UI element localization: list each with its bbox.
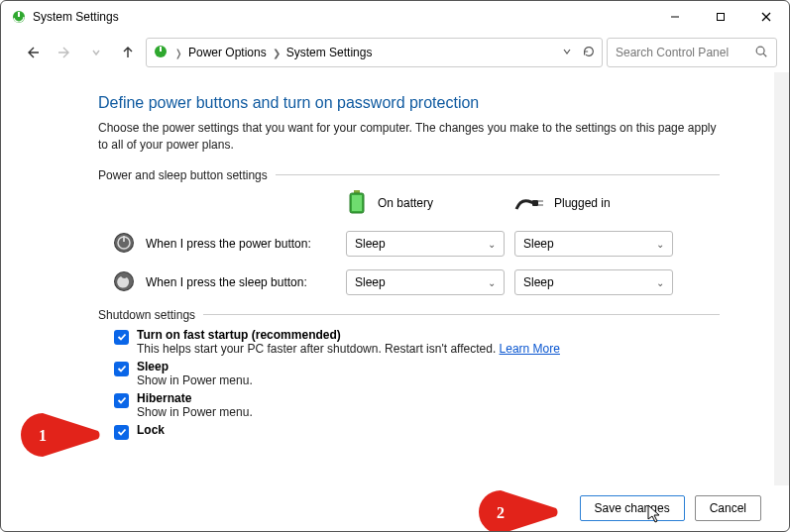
svg-line-10 bbox=[763, 53, 766, 56]
sleep-title: Sleep bbox=[137, 360, 253, 373]
refresh-icon[interactable] bbox=[582, 45, 596, 61]
shutdown-settings-list: Turn on fast startup (recommended) This … bbox=[98, 328, 720, 440]
minimize-button[interactable] bbox=[652, 1, 698, 33]
sleep-button-battery-select[interactable]: Sleep ⌄ bbox=[346, 269, 505, 295]
breadcrumb-power-options[interactable]: Power Options bbox=[188, 46, 267, 59]
nav-row: ❭ Power Options ❯ System Settings Search… bbox=[1, 33, 789, 72]
shutdown-legend: Shutdown settings bbox=[98, 308, 720, 322]
page-heading: Define power buttons and turn on passwor… bbox=[98, 94, 720, 112]
content-area: Define power buttons and turn on passwor… bbox=[1, 72, 789, 483]
cursor-icon bbox=[647, 504, 663, 524]
chevron-right-icon[interactable]: ❯ bbox=[273, 48, 281, 58]
sleep-button-row: When I press the sleep button: Sleep ⌄ S… bbox=[98, 269, 720, 296]
window-title: System Settings bbox=[33, 10, 652, 24]
checkbox[interactable] bbox=[114, 330, 129, 345]
svg-text:2: 2 bbox=[497, 504, 505, 521]
save-changes-button[interactable]: Save changes bbox=[580, 495, 685, 521]
search-icon bbox=[754, 45, 768, 61]
learn-more-link[interactable]: Learn More bbox=[500, 342, 560, 356]
close-button[interactable] bbox=[743, 1, 789, 33]
power-sleep-legend: Power and sleep button settings bbox=[98, 168, 720, 182]
sleep-button-battery-value: Sleep bbox=[355, 275, 386, 289]
search-box[interactable]: Search Control Panel bbox=[607, 38, 777, 67]
chevron-right-icon[interactable]: ❭ bbox=[174, 48, 182, 58]
nav-back[interactable] bbox=[19, 39, 47, 66]
power-button-battery-value: Sleep bbox=[355, 237, 386, 251]
app-icon bbox=[11, 9, 27, 25]
checkbox-sleep: Sleep Show in Power menu. bbox=[114, 360, 720, 387]
checkbox-hibernate: Hibernate Show in Power menu. bbox=[114, 391, 720, 419]
checkbox[interactable] bbox=[114, 393, 129, 408]
svg-rect-8 bbox=[160, 47, 162, 52]
sleep-button-label: When I press the sleep button: bbox=[146, 275, 307, 289]
annotation-1: 1 bbox=[19, 411, 102, 461]
column-headers: On battery Plugged in bbox=[98, 188, 720, 219]
power-button-plugged-value: Sleep bbox=[523, 237, 554, 251]
annotation-2: 2 bbox=[477, 488, 560, 532]
sleep-button-plugged-value: Sleep bbox=[523, 275, 554, 289]
address-bar[interactable]: ❭ Power Options ❯ System Settings bbox=[146, 38, 603, 67]
power-button-row: When I press the power button: Sleep ⌄ S… bbox=[98, 231, 720, 258]
power-button-icon bbox=[112, 231, 136, 258]
sleep-button-icon bbox=[112, 269, 136, 296]
on-battery-label: On battery bbox=[378, 196, 433, 210]
power-button-plugged-select[interactable]: Sleep ⌄ bbox=[514, 231, 673, 257]
fast-startup-desc: This helps start your PC faster after sh… bbox=[137, 342, 560, 356]
nav-up[interactable] bbox=[114, 39, 142, 66]
checkbox[interactable] bbox=[114, 362, 129, 376]
shutdown-legend-text: Shutdown settings bbox=[98, 308, 195, 322]
power-button-label: When I press the power button: bbox=[146, 237, 311, 251]
window-buttons bbox=[652, 1, 789, 33]
nav-forward[interactable] bbox=[51, 39, 78, 66]
title-bar: System Settings bbox=[1, 1, 789, 33]
fast-startup-title: Turn on fast startup (recommended) bbox=[137, 328, 560, 342]
breadcrumb-system-settings[interactable]: System Settings bbox=[286, 46, 373, 59]
cancel-button[interactable]: Cancel bbox=[695, 495, 761, 521]
battery-icon bbox=[346, 188, 368, 219]
search-placeholder: Search Control Panel bbox=[616, 46, 746, 59]
plug-icon bbox=[514, 191, 544, 216]
hibernate-desc: Show in Power menu. bbox=[137, 405, 253, 419]
lock-title: Lock bbox=[137, 423, 165, 437]
chevron-down-icon: ⌄ bbox=[656, 239, 664, 250]
power-sleep-legend-text: Power and sleep button settings bbox=[98, 168, 268, 182]
maximize-button[interactable] bbox=[698, 1, 743, 33]
svg-rect-1 bbox=[18, 12, 20, 17]
address-dropdown-icon[interactable] bbox=[562, 46, 572, 59]
chevron-down-icon: ⌄ bbox=[488, 239, 496, 250]
svg-rect-4 bbox=[718, 14, 725, 21]
power-button-battery-select[interactable]: Sleep ⌄ bbox=[346, 231, 505, 257]
checkbox[interactable] bbox=[114, 425, 129, 440]
svg-rect-13 bbox=[352, 195, 362, 211]
footer: Save changes Cancel bbox=[1, 495, 789, 521]
checkbox-fast-startup: Turn on fast startup (recommended) This … bbox=[114, 328, 720, 356]
power-options-icon bbox=[153, 44, 169, 62]
sleep-button-plugged-select[interactable]: Sleep ⌄ bbox=[514, 269, 673, 295]
nav-recent-dropdown[interactable] bbox=[82, 39, 110, 66]
sleep-desc: Show in Power menu. bbox=[137, 373, 253, 387]
svg-point-9 bbox=[756, 47, 764, 54]
chevron-down-icon: ⌄ bbox=[656, 277, 664, 288]
plugged-in-label: Plugged in bbox=[554, 196, 611, 210]
checkbox-lock: Lock bbox=[114, 423, 720, 440]
hibernate-title: Hibernate bbox=[137, 391, 253, 405]
page-description: Choose the power settings that you want … bbox=[98, 120, 720, 155]
svg-text:1: 1 bbox=[39, 427, 47, 444]
svg-rect-14 bbox=[532, 200, 538, 206]
chevron-down-icon: ⌄ bbox=[488, 277, 496, 288]
